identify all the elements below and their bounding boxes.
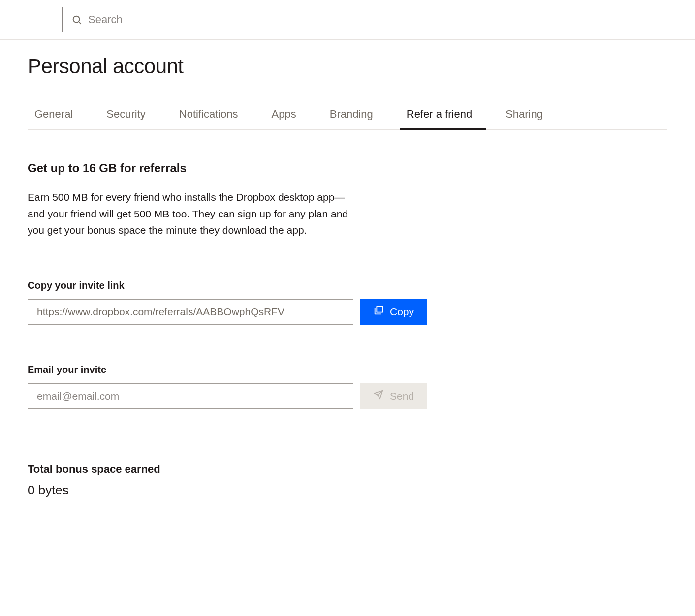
search-input[interactable] bbox=[88, 13, 541, 26]
content-area: Personal account General Security Notifi… bbox=[0, 40, 695, 518]
email-invite-input[interactable] bbox=[28, 383, 353, 409]
bonus-label: Total bonus space earned bbox=[28, 463, 667, 476]
email-invite-section: Email your invite Send bbox=[28, 364, 667, 409]
page-title: Personal account bbox=[28, 55, 667, 78]
svg-line-1 bbox=[79, 22, 81, 24]
tab-branding[interactable]: Branding bbox=[323, 102, 387, 129]
send-button-label: Send bbox=[390, 390, 414, 402]
referral-description: Earn 500 MB for every friend who install… bbox=[28, 189, 352, 239]
tab-refer-a-friend[interactable]: Refer a friend bbox=[400, 102, 486, 129]
copy-link-section: Copy your invite link Copy bbox=[28, 280, 667, 325]
tab-general[interactable]: General bbox=[28, 102, 87, 129]
search-icon bbox=[71, 14, 82, 25]
tab-apps[interactable]: Apps bbox=[265, 102, 310, 129]
send-icon bbox=[373, 389, 384, 402]
email-invite-label: Email your invite bbox=[28, 364, 667, 375]
referral-intro-section: Get up to 16 GB for referrals Earn 500 M… bbox=[28, 161, 667, 239]
tab-notifications[interactable]: Notifications bbox=[172, 102, 252, 129]
search-bar-container bbox=[0, 0, 695, 40]
email-invite-row: Send bbox=[28, 383, 667, 409]
copy-icon bbox=[373, 305, 384, 318]
svg-rect-2 bbox=[377, 307, 382, 312]
copy-link-label: Copy your invite link bbox=[28, 280, 667, 291]
referral-heading: Get up to 16 GB for referrals bbox=[28, 161, 667, 175]
search-bar[interactable] bbox=[62, 7, 550, 32]
tab-sharing[interactable]: Sharing bbox=[499, 102, 557, 129]
bonus-section: Total bonus space earned 0 bytes bbox=[28, 463, 667, 498]
bonus-value: 0 bytes bbox=[28, 483, 667, 498]
copy-button-label: Copy bbox=[390, 306, 414, 318]
invite-link-input[interactable] bbox=[28, 299, 353, 325]
copy-button[interactable]: Copy bbox=[360, 299, 427, 325]
tabs: General Security Notifications Apps Bran… bbox=[28, 102, 667, 130]
tab-security[interactable]: Security bbox=[99, 102, 159, 129]
send-button[interactable]: Send bbox=[360, 383, 427, 409]
copy-link-row: Copy bbox=[28, 299, 667, 325]
